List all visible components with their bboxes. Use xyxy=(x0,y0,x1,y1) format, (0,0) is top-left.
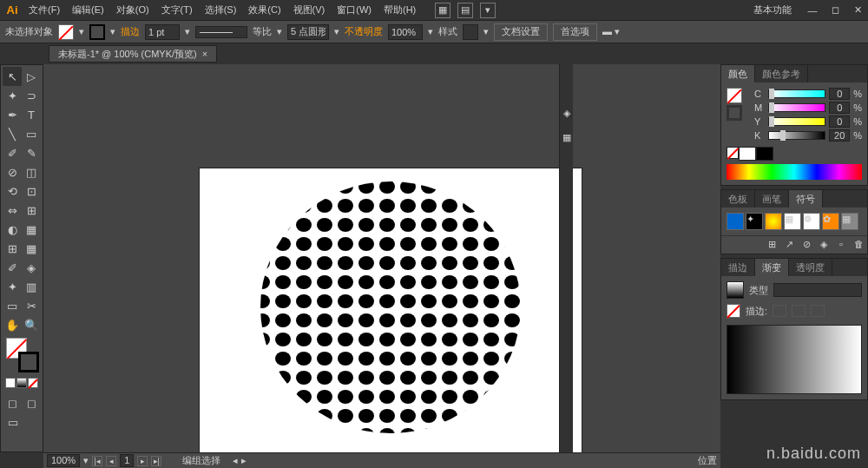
stroke-color[interactable] xyxy=(18,352,39,372)
side-icon-2[interactable]: ▦ xyxy=(562,132,571,143)
tab-gradient[interactable]: 渐变 xyxy=(755,259,789,276)
menu-help[interactable]: 帮助(H) xyxy=(378,3,422,16)
break-link-icon[interactable]: ⊘ xyxy=(800,239,812,251)
color-spectrum[interactable] xyxy=(727,164,862,180)
canvas[interactable]: ◈ ▦ xyxy=(43,64,720,452)
next-artboard-button[interactable]: ▸ xyxy=(137,456,148,466)
color-mode-swatch[interactable] xyxy=(5,378,16,388)
selection-tool[interactable]: ↖ xyxy=(3,67,22,86)
symbol-sprayer-tool[interactable]: ✦ xyxy=(3,277,22,296)
minimize-button[interactable]: — xyxy=(802,2,823,19)
tab-stroke-panel[interactable]: 描边 xyxy=(721,259,755,276)
draw-normal[interactable]: ◻ xyxy=(3,393,22,412)
scale-tool[interactable]: ⊡ xyxy=(22,181,41,201)
width-tool[interactable]: ⇔ xyxy=(3,201,22,220)
doc-setup-button[interactable]: 文档设置 xyxy=(494,23,548,41)
panel-fill-swatch[interactable] xyxy=(727,88,742,103)
opacity-label[interactable]: 不透明度 xyxy=(345,25,383,38)
graph-tool[interactable]: ▥ xyxy=(22,277,41,296)
menu-object[interactable]: 对象(O) xyxy=(110,3,155,16)
none-swatch[interactable] xyxy=(727,147,739,159)
rectangle-tool[interactable]: ▭ xyxy=(22,124,41,143)
menu-effect[interactable]: 效果(C) xyxy=(242,3,286,16)
layout-icon[interactable]: ▦ xyxy=(435,3,450,18)
lasso-tool[interactable]: ⊃ xyxy=(22,86,41,105)
maximize-button[interactable]: ◻ xyxy=(825,2,845,19)
gradient-preview[interactable] xyxy=(727,325,862,394)
workspace-switcher[interactable]: 基本功能 xyxy=(745,3,800,16)
perspective-tool[interactable]: ▦ xyxy=(22,220,41,239)
delete-symbol-icon[interactable]: 🗑 xyxy=(852,239,865,251)
direct-selection-tool[interactable]: ▷ xyxy=(22,67,41,86)
stroke-style-preview[interactable] xyxy=(195,26,247,38)
menu-view[interactable]: 视图(V) xyxy=(287,3,332,16)
m-slider[interactable] xyxy=(768,103,825,112)
align-dropdown[interactable]: ▬ ▾ xyxy=(602,26,620,37)
panel-stroke-swatch[interactable] xyxy=(727,105,742,121)
first-artboard-button[interactable]: |◂ xyxy=(92,456,102,466)
eyedropper-tool[interactable]: ✐ xyxy=(3,258,22,277)
stroke-opt-1[interactable] xyxy=(773,305,786,317)
none-mode-swatch[interactable] xyxy=(28,378,38,388)
symbol-4[interactable]: ▦ xyxy=(784,213,801,230)
document-tab[interactable]: 未标题-1* @ 100% (CMYK/预览) × xyxy=(49,45,217,63)
style-swatch[interactable] xyxy=(463,24,478,40)
menu-window[interactable]: 窗口(W) xyxy=(331,3,378,16)
artboard[interactable] xyxy=(200,168,582,452)
symbol-3[interactable] xyxy=(765,213,782,230)
menu-edit[interactable]: 编辑(E) xyxy=(66,3,110,16)
y-value[interactable]: 0 xyxy=(829,115,850,128)
close-button[interactable]: ✕ xyxy=(847,2,868,19)
rotate-tool[interactable]: ⟲ xyxy=(3,181,22,201)
scroll-left-button[interactable]: ◂ xyxy=(233,455,238,466)
doc-icon[interactable]: ▤ xyxy=(457,3,473,18)
k-value[interactable]: 20 xyxy=(829,129,850,142)
symbol-library-icon[interactable]: ⊞ xyxy=(766,239,778,251)
y-slider[interactable] xyxy=(768,117,825,126)
tab-brushes[interactable]: 画笔 xyxy=(755,190,789,208)
pen-tool[interactable]: ✒ xyxy=(3,105,22,124)
zoom-tool[interactable]: 🔍 xyxy=(22,315,41,334)
arrange-icon[interactable]: ▾ xyxy=(480,3,496,18)
black-swatch[interactable] xyxy=(756,147,773,161)
slice-tool[interactable]: ✂ xyxy=(22,296,41,315)
fill-stroke-control[interactable] xyxy=(3,338,43,372)
last-artboard-button[interactable]: ▸| xyxy=(151,456,161,466)
symbol-1[interactable] xyxy=(727,213,744,230)
tab-transparency[interactable]: 透明度 xyxy=(789,259,832,276)
symbol-5[interactable]: ❁ xyxy=(803,213,820,230)
new-symbol-icon[interactable]: ▫ xyxy=(835,239,847,251)
tab-swatches[interactable]: 色板 xyxy=(721,190,755,208)
menu-text[interactable]: 文字(T) xyxy=(155,3,199,16)
zoom-input[interactable]: 100% xyxy=(47,454,80,467)
c-value[interactable]: 0 xyxy=(829,88,850,100)
shape-builder-tool[interactable]: ◐ xyxy=(3,220,22,239)
gradient-mode-swatch[interactable] xyxy=(16,378,27,388)
opacity-input[interactable] xyxy=(388,24,423,40)
tab-color[interactable]: 颜色 xyxy=(721,65,755,82)
symbol-2[interactable]: ✦ xyxy=(746,213,763,230)
menu-select[interactable]: 选择(S) xyxy=(199,3,243,16)
gradient-type-dropdown[interactable] xyxy=(773,283,862,297)
artboard-tool[interactable]: ▭ xyxy=(3,296,22,315)
stroke-label[interactable]: 描边 xyxy=(121,25,140,38)
magic-wand-tool[interactable]: ✦ xyxy=(3,86,22,105)
free-transform-tool[interactable]: ⊞ xyxy=(22,201,41,220)
prev-artboard-button[interactable]: ◂ xyxy=(106,456,116,466)
symbol-7[interactable]: ▦ xyxy=(841,213,858,230)
gradient-tool[interactable]: ▦ xyxy=(22,239,41,258)
dash-input[interactable] xyxy=(287,24,329,40)
preferences-button[interactable]: 首选项 xyxy=(553,23,597,41)
dotted-ellipse-artwork[interactable] xyxy=(252,177,529,438)
white-swatch[interactable] xyxy=(739,147,756,161)
screen-mode[interactable]: ▭ xyxy=(3,412,23,432)
menu-file[interactable]: 文件(F) xyxy=(23,3,66,16)
tab-close-button[interactable]: × xyxy=(202,49,207,59)
eraser-tool[interactable]: ◫ xyxy=(22,162,41,181)
symbol-options-icon[interactable]: ◈ xyxy=(818,239,830,251)
stroke-width-input[interactable] xyxy=(145,24,180,40)
tab-color-guide[interactable]: 颜色参考 xyxy=(755,65,808,82)
mesh-tool[interactable]: ⊞ xyxy=(3,239,22,258)
gradient-swatch[interactable] xyxy=(727,281,744,299)
fill-swatch[interactable] xyxy=(58,24,74,40)
